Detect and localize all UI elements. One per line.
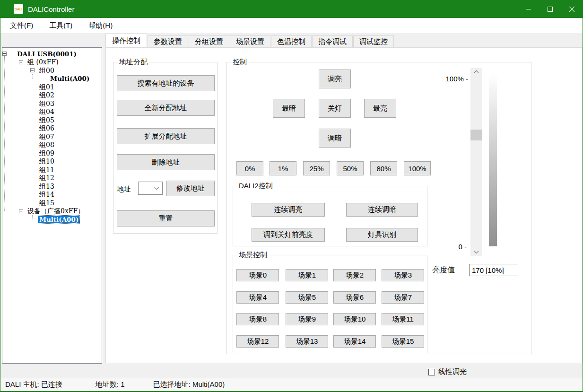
min-brightness-button[interactable]: 最暗 xyxy=(273,99,305,118)
tree-item[interactable]: 组05 xyxy=(2,116,102,124)
percent-button-50%[interactable]: 50% xyxy=(337,161,364,175)
tree-item[interactable]: 组10 xyxy=(2,157,102,166)
tab-参数设置[interactable]: 参数设置 xyxy=(148,35,188,47)
address-button-3[interactable]: 删除地址 xyxy=(117,154,215,170)
tree-item[interactable]: 组 (0xFF) xyxy=(2,58,102,67)
scene-button-14[interactable]: 场景14 xyxy=(333,335,376,348)
tree-item[interactable]: 组03 xyxy=(2,99,102,108)
tree-item[interactable]: DALI USB(0001) xyxy=(2,50,102,58)
scene-button-12[interactable]: 场景12 xyxy=(236,335,279,348)
scene-button-1[interactable]: 场景1 xyxy=(286,269,328,281)
menu-item-0[interactable]: 文件(F) xyxy=(3,18,40,33)
tree-item[interactable]: 组09 xyxy=(2,149,102,157)
tree-item[interactable]: Multi(A00) xyxy=(2,215,102,224)
tree-item[interactable]: Multi(A00) xyxy=(2,75,102,83)
scene-button-7[interactable]: 场景7 xyxy=(382,291,424,304)
scroll-down-icon[interactable] xyxy=(470,248,482,256)
minimize-button[interactable] xyxy=(517,0,539,18)
scrollbar-thumb[interactable] xyxy=(470,130,482,140)
scene-button-3[interactable]: 场景3 xyxy=(382,269,424,281)
scene-button-10[interactable]: 场景10 xyxy=(333,313,376,325)
scene-button-2[interactable]: 场景2 xyxy=(333,269,376,281)
tree-item-label: 组13 xyxy=(38,183,55,190)
lamp-off-button[interactable]: 关灯 xyxy=(319,99,351,118)
dim-up-button[interactable]: 调亮 xyxy=(319,70,351,88)
percent-button-1%[interactable]: 1% xyxy=(270,161,296,175)
tab-操作控制[interactable]: 操作控制 xyxy=(105,34,147,47)
status-selected-address: 已选择地址: Multi(A00) xyxy=(153,380,225,389)
scene-button-15[interactable]: 场景15 xyxy=(382,335,424,348)
tree-item-label: 组06 xyxy=(38,124,55,132)
address-button-0[interactable]: 搜索有地址的设备 xyxy=(117,75,215,91)
tree-item[interactable]: 组04 xyxy=(2,108,102,116)
tree-item[interactable]: 组01 xyxy=(2,83,102,91)
scroll-up-icon[interactable] xyxy=(470,68,482,76)
tree-item-label: 组08 xyxy=(38,141,55,148)
device-tree: DALI USB(0001)组 (0xFF)组00Multi(A00)组01组0… xyxy=(2,47,102,364)
tab-场景设置[interactable]: 场景设置 xyxy=(230,35,270,47)
tree-item-label: 组07 xyxy=(38,133,55,140)
tree-item[interactable]: 组13 xyxy=(2,182,102,191)
scene-button-9[interactable]: 场景9 xyxy=(286,313,328,325)
max-brightness-button[interactable]: 最亮 xyxy=(364,99,396,118)
scene-control-title: 场景控制 xyxy=(237,251,269,260)
menu-item-1[interactable]: 工具(T) xyxy=(43,18,79,33)
tree-item[interactable]: 组12 xyxy=(2,174,102,183)
collapse-icon[interactable] xyxy=(2,52,7,56)
address-button-1[interactable]: 全新分配地址 xyxy=(117,100,215,116)
tree-item[interactable]: 组11 xyxy=(2,166,102,174)
dim-down-button[interactable]: 调暗 xyxy=(319,129,351,148)
tab-调试监控[interactable]: 调试监控 xyxy=(353,35,394,47)
scene-button-5[interactable]: 场景5 xyxy=(286,291,328,304)
tree-item[interactable]: 组06 xyxy=(2,124,102,133)
percent-button-80%[interactable]: 80% xyxy=(370,161,397,175)
percent-button-100%[interactable]: 100% xyxy=(404,161,431,175)
collapse-icon[interactable] xyxy=(19,60,23,64)
tree-item[interactable]: 组15 xyxy=(2,199,102,207)
scene-button-4[interactable]: 场景4 xyxy=(236,291,279,304)
linear-dimming-row: 线性调光 xyxy=(428,367,467,376)
tree-item-label: 组03 xyxy=(38,100,55,107)
tree-item[interactable]: 组14 xyxy=(2,191,102,199)
address-button-2[interactable]: 扩展分配地址 xyxy=(117,128,215,144)
linear-dimming-checkbox[interactable] xyxy=(428,369,435,375)
tree-item[interactable]: 组00 xyxy=(2,66,102,75)
tab-分组设置[interactable]: 分组设置 xyxy=(189,35,229,47)
reset-button[interactable]: 重置 xyxy=(117,210,215,226)
status-host: DALI 主机: 已连接 xyxy=(5,380,62,389)
tree-item[interactable]: 组08 xyxy=(2,141,102,149)
scene-button-8[interactable]: 场景8 xyxy=(236,313,279,325)
collapse-icon[interactable] xyxy=(30,68,35,72)
tab-bar: 操作控制参数设置分组设置场景设置色温控制指令调试调试监控 xyxy=(105,34,394,47)
tab-色温控制[interactable]: 色温控制 xyxy=(271,35,312,47)
dali2-button-3[interactable]: 灯具识别 xyxy=(346,228,418,242)
address-label: 地址 xyxy=(117,185,131,194)
titlebar: DALI DALIController xyxy=(0,0,583,18)
dali2-button-0[interactable]: 连续调亮 xyxy=(252,203,325,217)
maximize-button[interactable] xyxy=(539,0,561,18)
close-button[interactable] xyxy=(561,0,583,18)
tree-item-label: 组04 xyxy=(38,108,55,115)
scene-button-11[interactable]: 场景11 xyxy=(382,313,424,325)
scene-button-13[interactable]: 场景13 xyxy=(286,335,328,348)
dali2-button-1[interactable]: 连续调暗 xyxy=(346,203,418,217)
modify-address-button[interactable]: 修改地址 xyxy=(166,181,215,196)
percent-button-0%[interactable]: 0% xyxy=(236,161,263,175)
dali2-button-2[interactable]: 调到关灯前亮度 xyxy=(252,228,325,242)
tree-item[interactable]: 设备（广播0xFF） xyxy=(2,207,102,216)
collapse-icon[interactable] xyxy=(19,209,23,213)
scene-button-0[interactable]: 场景0 xyxy=(236,269,279,281)
brightness-scrollbar[interactable] xyxy=(470,68,482,256)
status-address-count: 地址数: 1 xyxy=(96,380,125,389)
menu-item-2[interactable]: 帮助(H) xyxy=(82,18,119,33)
percent-button-25%[interactable]: 25% xyxy=(303,161,330,175)
control-title: 控制 xyxy=(231,58,249,67)
address-combobox[interactable] xyxy=(138,182,163,195)
tree-item-label: DALI USB(0001) xyxy=(16,50,78,58)
tree-item[interactable]: 组07 xyxy=(2,132,102,141)
tab-指令调试[interactable]: 指令调试 xyxy=(312,35,353,47)
scene-button-6[interactable]: 场景6 xyxy=(333,291,376,304)
statusbar: DALI 主机: 已连接 地址数: 1 已选择地址: Multi(A00) xyxy=(0,378,583,392)
brightness-value-field[interactable]: 170 [10%] xyxy=(469,264,518,276)
tree-item[interactable]: 组02 xyxy=(2,91,102,100)
